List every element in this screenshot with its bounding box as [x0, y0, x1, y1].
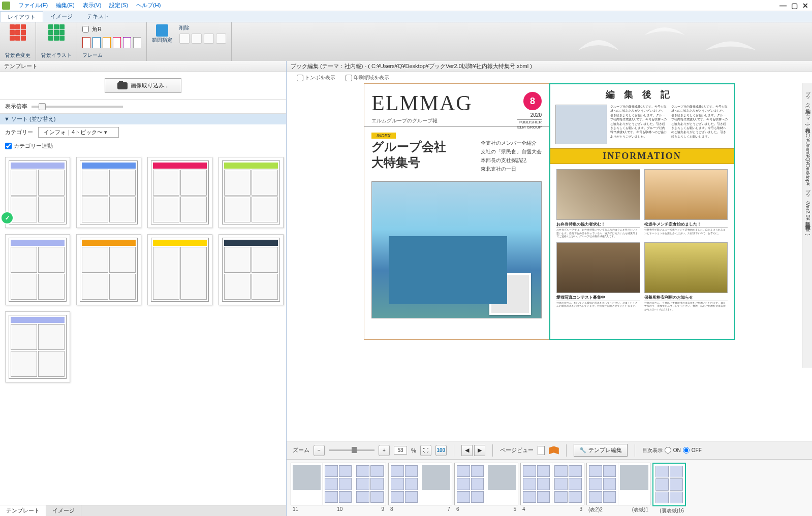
template-item-7[interactable] — [147, 234, 212, 305]
spread-11-10[interactable]: 11109 — [291, 463, 386, 513]
spread-8-7[interactable]: 87 — [388, 463, 452, 513]
zoom-percent: % — [411, 447, 416, 454]
menu-edit[interactable]: 編集(E) — [52, 1, 79, 10]
info-banner: INFORMATION — [550, 148, 734, 164]
frame-yellow[interactable] — [103, 37, 111, 48]
fit-selection-button[interactable]: ⛶ — [420, 445, 431, 456]
menu-help[interactable]: ヘルプ(H) — [132, 1, 165, 10]
frame-red[interactable] — [82, 37, 90, 48]
frame-blue[interactable] — [92, 37, 101, 48]
range-icon[interactable] — [156, 24, 168, 37]
printarea-checkbox[interactable] — [346, 75, 352, 81]
zoom-in-button[interactable]: + — [379, 445, 390, 456]
del-opt-4[interactable] — [216, 34, 226, 44]
toc-off-radio[interactable] — [683, 447, 690, 454]
category-link-checkbox[interactable] — [5, 143, 12, 149]
template-zoom-slider[interactable] — [32, 106, 123, 108]
dropdown-icon: ▾ — [104, 129, 107, 135]
editorial-text-1: グループ社内報作成後3人です。今号も取材へのご協力ありがとうございました。引き続… — [610, 105, 668, 144]
footer-tab-template[interactable]: テンプレート — [0, 505, 46, 516]
frame-lavender[interactable] — [123, 37, 131, 48]
ribbon-bgillust-label: 背景イラスト — [41, 52, 72, 59]
corner-r-checkbox[interactable] — [82, 26, 89, 33]
magazine-title: ELMMAG — [364, 84, 549, 115]
page-back[interactable]: 編集後記 グループ社内報作成後3人です。今号も取材へのご協力ありがとうございまし… — [549, 83, 735, 340]
trim-checkbox[interactable] — [297, 75, 303, 81]
template-item-3[interactable] — [147, 157, 212, 228]
delete-label: 削除 — [179, 24, 226, 31]
filmstrip[interactable]: 11109 87 65 43 (表2)2(表紙)1 — [287, 459, 812, 516]
next-page-button[interactable]: ▶ — [474, 445, 485, 456]
menu-file[interactable]: ファイル(F) — [14, 1, 52, 10]
frame-pink[interactable] — [113, 37, 121, 48]
tab-image[interactable]: イメージ — [43, 11, 80, 22]
template-item-4[interactable] — [218, 157, 284, 228]
template-item-8[interactable] — [218, 234, 284, 305]
pageview-label: ページビュー — [500, 446, 534, 454]
single-page-icon[interactable] — [538, 446, 545, 455]
template-item-5[interactable] — [5, 234, 70, 305]
info-card-2[interactable]: 松坂牛メンチ定食始めました！社員食堂で新メニュー松坂牛メンチ定食始めました。ほど… — [644, 169, 728, 238]
category-link-label: カテゴリー連動 — [14, 142, 53, 150]
page-cover[interactable]: ELMMAG 8 2020 PUBLISHERELM GROUP エルムグループ… — [364, 83, 549, 340]
ribbon-decoration — [568, 25, 761, 58]
category-label: カテゴリー — [5, 128, 33, 136]
index-list: 全支社のメンバー全紹介 支社の「県民食」自慢大会 本部長の支社探訪記 東北支社の… — [481, 139, 542, 173]
canvas[interactable]: ELMMAG 8 2020 PUBLISHERELM GROUP エルムグループ… — [287, 83, 812, 441]
info-card-3[interactable]: 愛猫写真コンテスト募集中社員の皆さん、飼っている愛猫の写真を送ってください。ネコ… — [556, 242, 640, 311]
ribbon-bgillust[interactable]: 背景イラスト — [36, 22, 77, 61]
editorial-photo[interactable] — [555, 105, 607, 144]
zoom-slider[interactable] — [329, 449, 374, 451]
frame-label: フレーム — [82, 52, 103, 59]
template-edit-button[interactable]: 🔧 テンプレ編集 — [574, 444, 628, 457]
info-card-1[interactable]: お弁当特集の協力者求む！お弁当グループでは、お弁当特集についてみんなのコラムを作… — [556, 169, 640, 238]
spread-2-1[interactable]: (表2)2(表紙)1 — [586, 463, 650, 513]
spread-icon[interactable] — [549, 446, 559, 455]
category-select[interactable]: インフォ｜4トピック〜 ▾ — [38, 127, 119, 138]
import-images-button[interactable]: 画像取り込み... — [105, 78, 181, 93]
ribbon-bgcolor[interactable]: 背景色変更 — [0, 22, 36, 61]
del-opt-3[interactable] — [204, 34, 214, 44]
info-card-4[interactable]: 保養所格安利用のお知らせ社員の皆さん、今月以上予算限度の保養所をご利用いただけま… — [644, 242, 728, 311]
menu-view[interactable]: 表示(V) — [79, 1, 106, 10]
spread-back-16[interactable]: (裏表紙)16 — [652, 463, 686, 513]
zoom-100-button[interactable]: 100 — [435, 445, 447, 456]
zoom-out-button[interactable]: − — [314, 445, 325, 456]
cover-inset-photo[interactable] — [489, 273, 531, 315]
tab-text[interactable]: テキスト — [80, 11, 116, 22]
menu-settings[interactable]: 設定(S) — [105, 1, 132, 10]
template-item-6[interactable] — [76, 234, 141, 305]
maximize-button[interactable]: ▢ — [790, 2, 799, 10]
template-item-1[interactable] — [5, 157, 70, 228]
corner-r-label: 角R — [92, 25, 102, 33]
ribbon-tabs: レイアウト イメージ テキスト — [0, 11, 812, 22]
side-tab-bookedit[interactable]: ブック編集 (テーマ：社内報) - ( C:¥Users¥Q¥Desktop¥ブ… — [802, 83, 812, 368]
tab-layout[interactable]: レイアウト — [0, 11, 43, 22]
frame-none[interactable] — [133, 37, 141, 48]
minimize-button[interactable]: — — [778, 2, 788, 10]
template-item-2[interactable] — [76, 157, 141, 228]
template-grid — [0, 152, 286, 505]
toc-on-radio[interactable] — [665, 447, 671, 454]
import-label: 画像取り込み... — [131, 82, 169, 89]
del-opt-2[interactable] — [192, 34, 202, 44]
zoom-scale-label: 表示倍率 — [5, 103, 27, 110]
window-controls: — ▢ ✕ — [778, 2, 810, 10]
footer-tab-image[interactable]: イメージ — [46, 505, 81, 516]
prev-page-button[interactable]: ◀ — [461, 445, 473, 456]
zoom-value[interactable]: 53 — [394, 446, 407, 455]
close-button[interactable]: ✕ — [801, 2, 810, 10]
template-item-9[interactable] — [5, 311, 70, 382]
cover-photo[interactable] — [371, 181, 542, 318]
book-edit-title: ブック編集 (テーマ：社内報) - ( C:¥Users¥Q¥Desktop¥ブ… — [287, 61, 812, 72]
spread-6-5[interactable]: 65 — [454, 463, 518, 513]
sort-toggle[interactable]: ▼ ソート (並び替え) — [0, 114, 286, 124]
toc-label: 目次表示 — [642, 447, 663, 454]
spread-4-3[interactable]: 43 — [520, 463, 584, 513]
issue-year: 2020 — [530, 112, 542, 118]
zoom-label: ズーム — [293, 446, 309, 454]
template-panel-title: テンプレート — [0, 61, 286, 72]
publisher: PUBLISHERELM GROUP — [517, 119, 542, 130]
index-title: グループ会社 大特集号 — [371, 139, 477, 170]
del-opt-1[interactable] — [179, 34, 190, 44]
